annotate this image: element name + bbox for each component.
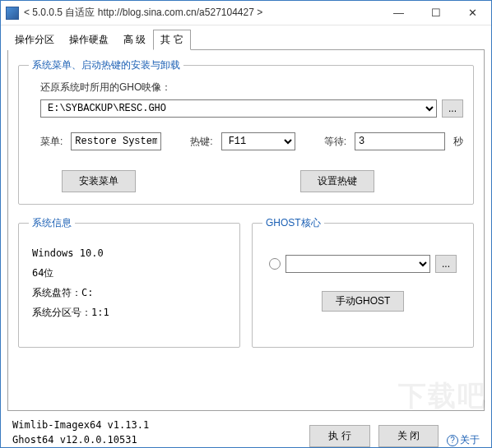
ghost-version-select[interactable] [285, 255, 430, 273]
sysinfo-sysdrive: 系统盘符：C: [32, 283, 226, 303]
sysinfo-syspart: 系统分区号：1:1 [32, 303, 226, 322]
ghost-browse-button[interactable]: ... [435, 255, 457, 273]
app-icon [6, 7, 19, 20]
titlebar: < 5.0.0.5 自适应 http://blog.sina.com.cn/a5… [1, 1, 491, 25]
ghost-select-row: ... [269, 255, 457, 273]
install-menu-button[interactable]: 安装菜单 [62, 170, 136, 192]
sysinfo-os: Windows 10.0 [32, 243, 226, 263]
close-window-button[interactable]: 关 闭 [378, 425, 439, 447]
help-icon: ? [447, 435, 458, 446]
version-ghost: Ghost64 v12.0.0.10531 [12, 432, 149, 447]
hotkey-label: 热键: [190, 135, 212, 149]
maximize-button[interactable]: ☐ [417, 1, 454, 25]
ghost-radio[interactable] [269, 258, 281, 270]
tab-operate-disk[interactable]: 操作硬盘 [62, 30, 116, 50]
gho-path-select[interactable]: E:\SYBACKUP\RESC.GHO [40, 99, 437, 118]
footer: Wimlib-Imagex64 v1.13.1 Ghost64 v12.0.0.… [1, 418, 491, 448]
window-buttons: ― ☐ ✕ [380, 1, 491, 25]
wait-seconds-suffix: 秒 [453, 135, 463, 149]
version-wimlib: Wimlib-Imagex64 v1.13.1 [12, 418, 149, 432]
minimize-button[interactable]: ― [380, 1, 417, 25]
window-title: < 5.0.0.5 自适应 http://blog.sina.com.cn/a5… [24, 6, 380, 20]
sysinfo-body: Windows 10.0 64位 系统盘符：C: 系统分区号：1:1 [29, 238, 230, 327]
hotkey-select[interactable]: F11 [221, 132, 295, 150]
gho-image-label: 还原系统时所用的GHO映像： [40, 81, 463, 95]
lower-groups: 系统信息 Windows 10.0 64位 系统盘符：C: 系统分区号：1:1 … [18, 216, 474, 359]
group-ghost-core: GHOST核心 ... 手动GHOST [252, 216, 474, 348]
client-area: 操作分区 操作硬盘 高 级 其 它 系统菜单、启动热键的安装与卸载 还原系统时所… [1, 25, 491, 418]
menu-hotkey-row: 菜单: 热键: F11 等待: 秒 [40, 132, 463, 150]
group-install-legend: 系统菜单、启动热键的安装与卸载 [29, 58, 183, 72]
install-buttons-row: 安装菜单 设置热键 [62, 170, 463, 192]
ghostcore-body: ... 手动GHOST [262, 238, 463, 318]
execute-button[interactable]: 执 行 [309, 425, 369, 447]
set-hotkey-button[interactable]: 设置热键 [300, 170, 374, 192]
wait-seconds-input[interactable] [355, 132, 445, 150]
sysinfo-arch: 64位 [32, 263, 226, 283]
tab-other[interactable]: 其 它 [153, 30, 190, 50]
wait-label: 等待: [324, 135, 346, 149]
tab-panel-other: 系统菜单、启动热键的安装与卸载 还原系统时所用的GHO映像： E:\SYBACK… [7, 49, 485, 411]
menu-name-input[interactable] [71, 132, 161, 150]
menu-label: 菜单: [40, 135, 63, 149]
tab-operate-partition[interactable]: 操作分区 [7, 30, 62, 50]
version-info: Wimlib-Imagex64 v1.13.1 Ghost64 v12.0.0.… [12, 418, 149, 447]
group-sysinfo-legend: 系统信息 [29, 216, 75, 230]
tab-strip: 操作分区 操作硬盘 高 级 其 它 [7, 30, 485, 50]
about-link[interactable]: ?关于 [447, 433, 480, 447]
watermark: 下载吧 [398, 377, 487, 415]
group-system-info: 系统信息 Windows 10.0 64位 系统盘符：C: 系统分区号：1:1 [18, 216, 240, 348]
tab-advanced[interactable]: 高 级 [116, 30, 153, 50]
manual-ghost-button[interactable]: 手动GHOST [322, 291, 405, 312]
gho-browse-button[interactable]: ... [442, 99, 463, 118]
close-button[interactable]: ✕ [454, 1, 491, 25]
group-ghost-legend: GHOST核心 [262, 216, 324, 230]
group-install-hotkey: 系统菜单、启动热键的安装与卸载 还原系统时所用的GHO映像： E:\SYBACK… [18, 58, 474, 205]
gho-path-row: E:\SYBACKUP\RESC.GHO ... [40, 99, 463, 118]
